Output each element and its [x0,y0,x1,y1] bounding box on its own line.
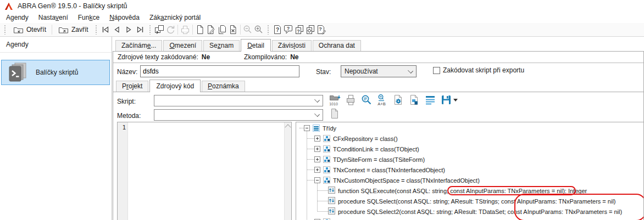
expand-icon[interactable] [314,136,320,142]
toolbar-separator [177,25,178,35]
tree-row-tridy[interactable]: Třídy [296,123,643,133]
expand-icon[interactable] [314,167,320,173]
edit-record-icon[interactable] [206,24,216,35]
gear-page-icon[interactable] [392,94,404,106]
copy-record-icon[interactable] [216,24,227,35]
open-button[interactable]: Otevřít [9,23,50,36]
nav-next-icon[interactable] [124,25,134,35]
sidebar-item-label: Balíčky skriptů [36,69,78,76]
nav-first-icon[interactable] [101,25,110,35]
tree-stub [307,170,314,170]
help-edit-icon[interactable]: ? [316,24,327,35]
toolbar-grip[interactable] [95,25,97,35]
window-title: ABRA Gen® 19.5.0 - Balíčky skriptů [18,2,127,10]
delete-record-icon[interactable] [227,24,238,35]
sidebar-header: Agendy [0,37,112,53]
chevron-down-icon [314,111,320,117]
agendas-sidebar: Agendy Balíčky skriptů [0,37,112,220]
nav-prev-icon[interactable] [113,25,122,35]
tree-row-class[interactable]: TDynSiteForm = class(TSiteForm) [296,154,643,165]
compiled-value: Ne [290,53,298,61]
window-switch-icon[interactable] [154,24,165,35]
blank-page-icon[interactable] [329,108,341,120]
menu-funkce[interactable]: Funkce [73,13,104,22]
source-tree-panel[interactable]: Třídy CFxRepository = class() TCondition… [296,122,643,220]
zoom-out-icon[interactable] [242,24,253,35]
collapse-icon[interactable] [304,125,310,131]
encoded-label: Zdrojové texty zakódované: [118,53,198,61]
tree-row-method[interactable]: procedure SQLSelect(const ASQL: string; … [296,196,643,206]
tree-row-method[interactable]: procedure SQLSelect2(const ASQL: string;… [296,206,643,217]
tree-row-label: procedure SQLSelect2(const ASQL: string;… [338,208,508,215]
toolbar-grip[interactable] [267,25,269,35]
sidebar-item-balicky-skriptu[interactable]: Balíčky skriptů [1,60,110,85]
name-input[interactable] [140,65,299,77]
expand-icon[interactable] [314,156,320,162]
print-preview-icon[interactable] [345,94,357,106]
refresh-icon[interactable] [165,24,176,35]
title-bar: ABRA Gen® 19.5.0 - Balíčky skriptů [0,0,644,12]
tab-omezeni[interactable]: Omezení [163,40,202,51]
script-select[interactable] [154,95,323,106]
tab-detail[interactable]: Detail [241,39,271,52]
print-icon[interactable] [180,24,191,35]
menu-zakaznicky-portal[interactable]: Zákaznický portál [145,13,206,22]
tree-row-class[interactable]: TNxParameter = class(TNxHierarchicalPers… [296,217,643,220]
toolbar-grip[interactable] [149,25,151,35]
tab-zdrojovy-kod[interactable]: Zdrojový kód [149,80,201,92]
save-button[interactable] [440,94,458,106]
format-page-icon[interactable] [408,94,420,106]
new-record-icon[interactable] [195,24,206,35]
import-1010-icon[interactable]: 1010 [329,94,341,106]
help-icon[interactable]: ? [272,24,283,35]
svg-text:?: ? [297,29,300,34]
search-source-icon[interactable] [360,94,373,106]
help-pages-icon[interactable]: ? [294,24,305,35]
scroll-up-icon[interactable] [285,124,291,130]
toolbar-grip[interactable] [4,25,6,35]
nav-last-icon[interactable] [136,25,145,35]
tree-row-class[interactable]: CFxRepository = class() [296,133,643,144]
menu-nastaveni[interactable]: Nastavení [34,13,73,22]
tab-zaciname[interactable]: Začínáme... [115,40,162,51]
list-view-icon[interactable] [424,94,436,106]
checkbox-box[interactable] [433,67,440,74]
encoded-value: Ne [202,53,210,61]
save-dropdown-icon[interactable] [453,99,458,101]
tree-row-method[interactable]: function SQLExecute(const ASQL: string; … [296,185,643,196]
find-replace-icon[interactable]: A+B [376,94,388,106]
menu-napoveda[interactable]: Nápověda [104,13,145,22]
class-icon [323,145,330,153]
expand-icon[interactable] [314,146,320,152]
tree-row-class[interactable]: TNxContext = class(TNxInterfacedObject) [296,165,643,175]
tree-stub [318,201,328,201]
menu-agendy[interactable]: Agendy [1,13,34,22]
abra-logo-icon [4,2,13,10]
help-bubble-icon[interactable]: ? [283,24,294,35]
tab-poznamka[interactable]: Poznámka [202,81,245,92]
tab-seznam[interactable]: Seznam [203,40,240,51]
script-package-icon [7,62,29,83]
tree-stub [318,190,328,191]
line-number-gutter: 1 [118,122,128,220]
collapse-icon[interactable] [314,177,320,183]
tab-zavislosti[interactable]: Závislosti [272,40,312,51]
tab-ochrana-dat[interactable]: Ochrana dat [313,40,361,51]
tree-row-label: TDynSiteForm = class(TSiteForm) [333,156,425,163]
zoom-in-icon[interactable] [253,24,264,35]
tree-row-class[interactable]: TConditionLink = class(TObject) [296,144,643,154]
code-editor[interactable]: 1 [117,122,292,220]
tree-row-label: TNxContext = class(TNxInterfacedObject) [333,167,445,173]
editor-scrollbar[interactable] [284,122,291,220]
close-button[interactable]: Zavřít [54,23,92,36]
method-select[interactable] [154,109,323,121]
related-pages-icon[interactable] [305,24,316,35]
sidebar-title: Agendy [6,41,29,48]
class-icon [323,166,330,173]
state-select[interactable]: Nepoužívat [341,65,417,77]
tree-row-class[interactable]: TNxCustomObjectSpace = class(TNxInterfac… [296,175,643,185]
encode-on-export-checkbox[interactable]: Zakódovat skript při exportu [433,66,524,74]
tree-row-label: TConditionLink = class(TObject) [333,146,419,153]
tree-stub [299,128,304,128]
tab-projekt[interactable]: Projekt [116,81,148,92]
